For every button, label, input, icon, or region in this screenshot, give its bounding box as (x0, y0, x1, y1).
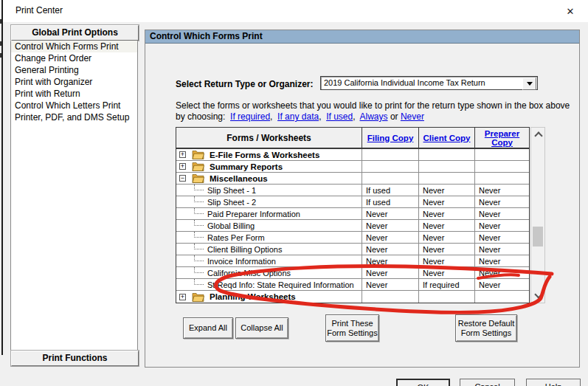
cell-forms[interactable]: Slip Sheet - 2 (176, 196, 362, 207)
print-functions-button[interactable]: Print Functions (11, 351, 139, 366)
sidebar-item[interactable]: Printer, PDF, and DMS Setup (11, 111, 137, 123)
sidebar-item[interactable]: Control Which Letters Print (11, 100, 137, 111)
expand-all-button[interactable]: Expand All (183, 317, 233, 339)
sidebar-item[interactable]: General Printing (11, 64, 137, 76)
cell-preparer-copy[interactable] (474, 173, 529, 184)
choose-link[interactable]: If required (230, 111, 270, 122)
cell-client-copy[interactable]: Never (418, 208, 474, 219)
cell-forms[interactable]: Global Billing (176, 220, 362, 231)
table-row[interactable]: + E-File Forms & Worksheets (176, 149, 529, 161)
cell-filing-copy[interactable]: Never (362, 244, 418, 255)
cell-client-copy[interactable]: Never (418, 267, 474, 278)
cell-forms[interactable]: Slip Sheet - 1 (176, 185, 362, 196)
choose-link[interactable]: If used (326, 111, 353, 122)
cell-preparer-copy[interactable]: Never (474, 232, 529, 243)
cell-filing-copy[interactable] (362, 291, 418, 303)
scrollbar-thumb[interactable] (533, 227, 543, 247)
cell-client-copy[interactable]: Never (418, 196, 474, 207)
expand-box-icon[interactable]: + (179, 163, 186, 170)
sidebar-item[interactable]: Change Print Order (11, 52, 137, 64)
cell-forms[interactable]: + Planning Worksheets (176, 291, 362, 303)
cell-forms[interactable]: Invoice Information (176, 255, 362, 266)
cell-client-copy[interactable]: Never (418, 220, 474, 231)
cell-filing-copy[interactable] (362, 149, 418, 160)
cell-preparer-copy[interactable]: Never (474, 279, 529, 290)
cancel-button[interactable]: Cancel (460, 379, 515, 386)
table-scrollbar[interactable] (530, 127, 545, 303)
cell-filing-copy[interactable]: If used (362, 196, 418, 207)
cell-forms[interactable]: Paid Preparer Information (176, 208, 362, 219)
cell-preparer-copy[interactable]: Never (474, 185, 529, 196)
table-row[interactable]: Slip Sheet - 1If usedNeverNever (176, 185, 529, 196)
cell-client-copy[interactable]: Never (418, 244, 474, 255)
cell-client-copy[interactable]: Never (418, 185, 474, 196)
cell-preparer-copy[interactable]: Never (474, 244, 529, 255)
dropdown-arrow-button[interactable] (522, 77, 536, 90)
cell-client-copy[interactable] (418, 149, 474, 160)
sidebar-item[interactable]: Print with Organizer (11, 76, 137, 88)
cell-preparer-copy[interactable]: Never (474, 208, 529, 219)
cell-client-copy[interactable] (418, 173, 474, 184)
table-row[interactable]: + Summary Reports (176, 161, 529, 173)
choose-link[interactable]: Never (401, 111, 424, 122)
table-row[interactable]: Client Billing OptionsNeverNeverNever (176, 244, 529, 255)
cell-forms[interactable]: Rates Per Form (176, 232, 362, 243)
expand-box-icon[interactable]: + (179, 151, 186, 158)
table-row[interactable]: St Reqd Info: State Required Information… (176, 279, 529, 291)
table-row[interactable]: Rates Per FormNeverNeverNever (176, 232, 529, 244)
restore-default-form-settings-button[interactable]: Restore Default Form Settings (455, 314, 517, 342)
cell-preparer-copy[interactable] (474, 291, 529, 303)
sidebar-item[interactable]: Print with Return (11, 88, 137, 100)
cell-forms[interactable]: + Summary Reports (176, 161, 362, 172)
table-row[interactable]: California Misc OptionsNeverNeverNever (176, 267, 529, 279)
cell-forms[interactable]: St Reqd Info: State Required Information (176, 279, 362, 290)
cell-client-copy[interactable] (418, 161, 474, 172)
print-these-form-settings-button[interactable]: Print These Form Settings (325, 314, 379, 342)
close-icon[interactable]: ✕ (561, 3, 580, 19)
cell-forms[interactable]: − Miscellaneous (176, 173, 362, 184)
table-row[interactable]: Invoice InformationNeverNeverNever (176, 255, 529, 267)
table-row[interactable]: Global BillingNeverNeverNever (176, 220, 529, 232)
cell-filing-copy[interactable]: Never (362, 255, 418, 266)
table-row[interactable]: − Miscellaneous (176, 173, 529, 185)
cell-client-copy[interactable]: If required (418, 279, 474, 290)
cell-filing-copy[interactable]: Never (362, 279, 418, 290)
cell-filing-copy[interactable]: Never (362, 267, 418, 278)
cell-preparer-copy[interactable]: Never (474, 255, 529, 266)
scroll-up-icon[interactable] (534, 131, 542, 139)
table-row[interactable]: + Planning Worksheets (176, 291, 529, 303)
cell-filing-copy[interactable]: If used (362, 185, 418, 196)
cell-client-copy[interactable] (418, 291, 474, 303)
return-type-dropdown[interactable]: 2019 California Individual Income Tax Re… (320, 76, 538, 90)
cell-preparer-copy[interactable] (474, 149, 529, 160)
choose-link[interactable]: If any data (277, 111, 319, 122)
cell-preparer-copy[interactable]: Never (474, 220, 529, 231)
collapse-box-icon[interactable]: − (179, 175, 186, 182)
cell-preparer-copy[interactable]: Never (474, 267, 529, 278)
cell-filing-copy[interactable] (362, 173, 418, 184)
global-print-options-button[interactable]: Global Print Options (11, 25, 139, 41)
scroll-down-icon[interactable] (534, 290, 542, 298)
sidebar-item[interactable]: Control Which Forms Print (11, 41, 137, 52)
cell-forms[interactable]: California Misc Options (176, 267, 362, 278)
cell-preparer-copy[interactable] (474, 161, 529, 172)
header-preparer-copy[interactable]: Preparer Copy (474, 128, 529, 148)
header-client-copy[interactable]: Client Copy (418, 128, 474, 148)
table-row[interactable]: Paid Preparer InformationNeverNeverNever (176, 208, 529, 220)
help-button[interactable]: Help (526, 379, 581, 386)
cell-filing-copy[interactable]: Never (362, 232, 418, 243)
expand-box-icon[interactable]: + (179, 294, 186, 300)
cell-filing-copy[interactable]: Never (362, 208, 418, 219)
table-row[interactable]: Slip Sheet - 2If usedNeverNever (176, 196, 529, 208)
header-filing-copy[interactable]: Filing Copy (362, 128, 418, 148)
cell-filing-copy[interactable] (362, 161, 418, 172)
collapse-all-button[interactable]: Collapse All (235, 317, 288, 339)
ok-button[interactable]: OK (396, 379, 450, 386)
cell-client-copy[interactable]: Never (418, 255, 474, 266)
choose-link[interactable]: Always (360, 111, 388, 122)
cell-forms[interactable]: Client Billing Options (176, 244, 362, 255)
cell-client-copy[interactable]: Never (418, 232, 474, 243)
cell-forms[interactable]: + E-File Forms & Worksheets (176, 149, 362, 160)
cell-preparer-copy[interactable]: Never (474, 196, 529, 207)
cell-filing-copy[interactable]: Never (362, 220, 418, 231)
